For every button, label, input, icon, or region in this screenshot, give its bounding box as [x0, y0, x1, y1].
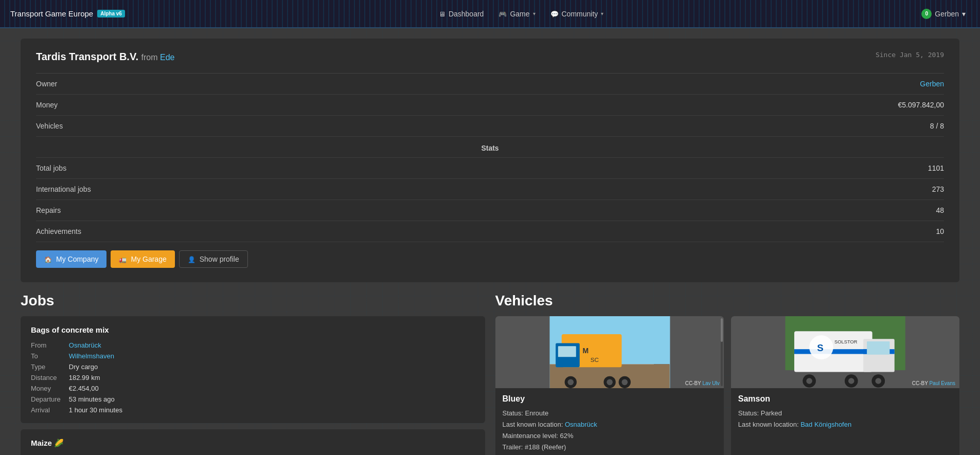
vehicles-section: Vehicles — [495, 293, 960, 455]
action-buttons: My Company My Garage Show profile — [36, 242, 944, 270]
vehicles-value: 8 / 8 — [490, 116, 945, 137]
truck-icon — [119, 255, 127, 263]
money-label: Money — [36, 95, 490, 116]
jobs-section: Jobs Bags of concrete mix From Osnabrück… — [21, 293, 485, 455]
svg-point-28 — [875, 378, 881, 384]
job1-to-value[interactable]: Wilhelmshaven — [69, 352, 475, 360]
total-jobs-label: Total jobs — [36, 158, 490, 179]
job-card-1-title: Bags of concrete mix — [31, 325, 475, 334]
svg-point-7 — [607, 379, 613, 386]
nav-dashboard[interactable]: Dashboard — [433, 7, 490, 21]
svg-rect-10 — [558, 346, 576, 357]
monitor-icon — [439, 10, 446, 18]
achievements-label: Achievements — [36, 221, 490, 242]
job1-distance-label: Distance — [31, 374, 61, 381]
intl-jobs-label: International jobs — [36, 179, 490, 200]
svg-rect-17 — [794, 349, 872, 354]
vehicle-card-bluey: M SC CC-BY Lav Ulv Bluey — [495, 316, 724, 455]
bluey-status: Status: Enroute Last known location: Osn… — [503, 408, 717, 453]
show-profile-label: Show profile — [200, 255, 239, 263]
my-company-button[interactable]: My Company — [36, 250, 106, 268]
svg-text:SOLSTOR: SOLSTOR — [834, 339, 858, 344]
vehicle-card-samson: S SOLSTOR — [731, 316, 959, 455]
nav-community-label: Community — [562, 10, 598, 18]
bluey-cc-label: CC-BY — [685, 380, 701, 386]
company-card: Tardis Transport B.V. from Ede Since Jan… — [21, 39, 959, 282]
my-garage-label: My Garage — [131, 255, 166, 263]
community-dropdown-arrow: ▾ — [601, 11, 603, 16]
svg-point-24 — [806, 378, 812, 384]
svg-rect-22 — [867, 341, 889, 355]
svg-text:S: S — [817, 342, 823, 353]
brand-name: Transport Game Europe — [10, 9, 93, 18]
job1-distance-value: 182.99 km — [69, 374, 475, 381]
company-title: Tardis Transport B.V. from Ede — [36, 51, 174, 63]
samson-cc-label: CC-BY — [912, 380, 928, 386]
company-name: Tardis Transport B.V. — [36, 51, 138, 62]
navbar: Transport Game Europe Alpha v6 Dashboard… — [0, 0, 980, 28]
job1-departure-label: Departure — [31, 395, 61, 403]
person-icon — [188, 255, 195, 263]
bluey-name: Bluey — [503, 394, 525, 404]
company-from-text: from Ede — [141, 53, 175, 62]
user-name: Gerben — [935, 10, 959, 18]
home-icon — [44, 255, 52, 263]
intl-jobs-value: 273 — [490, 179, 945, 200]
brand-title: Transport Game Europe Alpha v6 — [10, 9, 125, 18]
job1-money-label: Money — [31, 385, 61, 392]
my-garage-button[interactable]: My Garage — [111, 250, 174, 268]
samson-name: Samson — [738, 394, 770, 404]
job1-arrival-label: Arrival — [31, 406, 61, 414]
job1-type-value: Dry cargo — [69, 363, 475, 371]
svg-text:SC: SC — [590, 356, 598, 363]
user-online-indicator: 0 — [921, 9, 932, 19]
job1-type-label: Type — [31, 363, 61, 371]
user-online-count: 0 — [925, 11, 929, 16]
bluey-cc-author[interactable]: Lav Ulv — [702, 380, 719, 386]
job-card-2-title: Maize 🌽 — [31, 439, 475, 448]
game-dropdown-arrow: ▾ — [533, 11, 536, 16]
total-jobs-value: 1101 — [490, 158, 945, 179]
nav-game-label: Game — [510, 10, 529, 18]
show-profile-button[interactable]: Show profile — [179, 250, 248, 268]
nav-dashboard-label: Dashboard — [449, 10, 484, 18]
nav-game[interactable]: Game ▾ — [492, 7, 541, 21]
svg-point-9 — [621, 379, 628, 386]
svg-point-5 — [567, 379, 574, 386]
achievements-value: 10 — [490, 221, 945, 242]
job-card-2: Maize 🌽 From Sonthofen To Plettenberg Ty… — [21, 429, 485, 455]
repairs-value: 48 — [490, 200, 945, 221]
repairs-label: Repairs — [36, 200, 490, 221]
job1-departure-value: 53 minutes ago — [69, 395, 475, 403]
user-menu[interactable]: 0 Gerben ▾ — [917, 7, 970, 21]
owner-label: Owner — [36, 74, 490, 95]
bluey-location-link[interactable]: Osnabrück — [565, 421, 597, 428]
nav-community[interactable]: Community ▾ — [544, 7, 610, 21]
vehicles-label: Vehicles — [36, 116, 490, 137]
job1-money-value: €2.454,00 — [69, 385, 475, 392]
samson-status: Status: Parked Last known location: Bad … — [738, 408, 952, 430]
svg-point-26 — [848, 378, 854, 384]
alpha-badge: Alpha v6 — [97, 10, 125, 17]
owner-value[interactable]: Gerben — [490, 74, 945, 95]
stats-header: Stats — [36, 137, 944, 158]
jobs-section-title: Jobs — [21, 293, 485, 309]
chat-icon — [550, 10, 559, 18]
vehicles-section-title: Vehicles — [495, 293, 960, 309]
job1-from-value[interactable]: Osnabrück — [69, 341, 475, 349]
company-location-link[interactable]: Ede — [160, 53, 174, 62]
job1-to-label: To — [31, 352, 61, 360]
money-value: €5.097.842,00 — [490, 95, 945, 116]
samson-location-link[interactable]: Bad Königshofen — [800, 421, 851, 428]
job1-arrival-value: 1 hour 30 minutes — [69, 406, 475, 414]
svg-text:M: M — [582, 347, 589, 355]
job1-from-label: From — [31, 341, 61, 349]
gamepad-icon — [498, 10, 507, 18]
company-info-grid: Owner Gerben Money €5.097.842,00 Vehicle… — [36, 73, 944, 242]
samson-cc-author[interactable]: Paul Evans — [929, 380, 955, 386]
company-since: Since Jan 5, 2019 — [876, 51, 944, 59]
job-card-1: Bags of concrete mix From Osnabrück To W… — [21, 316, 485, 423]
user-dropdown-arrow: ▾ — [962, 10, 966, 18]
my-company-label: My Company — [56, 255, 98, 263]
